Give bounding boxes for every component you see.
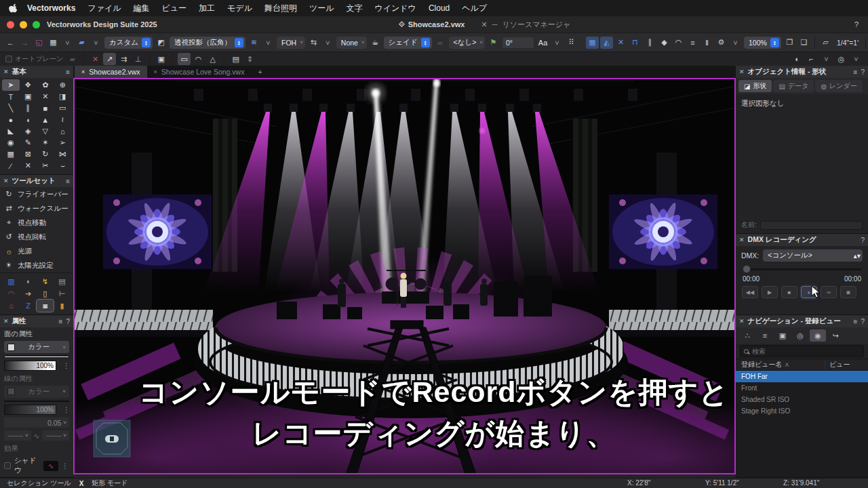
- stop-button[interactable]: ■: [781, 286, 797, 298]
- menu-item[interactable]: ツール: [303, 3, 340, 13]
- working-plane-icon[interactable]: ▰: [75, 37, 88, 49]
- pick-tool[interactable]: ➢: [54, 137, 72, 148]
- menu-item[interactable]: Vectorworks: [21, 3, 81, 13]
- mirror-tool[interactable]: ⋈: [54, 148, 72, 160]
- chevron-down-icon[interactable]: ˅: [820, 53, 833, 65]
- saved-view-row[interactable]: Stage Right ISO: [736, 405, 868, 417]
- saved-view-dropdown[interactable]: カスタム ▴▾: [104, 37, 153, 49]
- menu-item[interactable]: モデル: [221, 3, 258, 13]
- slider-knob[interactable]: [743, 265, 751, 273]
- menu-item[interactable]: 編集: [127, 3, 156, 13]
- new-tab-button[interactable]: +: [251, 68, 269, 76]
- viewpoint-rotate-toolset[interactable]: ↺ 視点回転: [0, 230, 73, 244]
- walkthrough-toolset[interactable]: ⇄ ウォークスルー: [0, 201, 73, 216]
- oval-tool[interactable]: ◖: [20, 114, 37, 125]
- menu-icon[interactable]: ≡: [66, 178, 70, 185]
- column-header-view[interactable]: ビュー: [825, 360, 863, 369]
- saved-view-row[interactable]: Front: [736, 382, 868, 394]
- chevron-down-icon[interactable]: ˅: [90, 37, 102, 49]
- pipe-tool[interactable]: ⊢: [54, 287, 71, 300]
- flyover-tool[interactable]: ✿: [37, 79, 54, 91]
- snap-to-intersection-icon[interactable]: ✕: [614, 37, 627, 49]
- viewpoint-move-toolset[interactable]: ⌖ 視点移動: [0, 216, 73, 230]
- file-options-icon[interactable]: ▦: [47, 37, 60, 49]
- document-proxy[interactable]: ⟐ Showcase2.vwx: [399, 20, 465, 29]
- trim-tool[interactable]: ✂: [37, 160, 54, 171]
- fit-to-objects-icon[interactable]: ❏: [797, 37, 810, 49]
- chevron-down-icon[interactable]: ˅: [61, 37, 74, 49]
- projection-dropdown[interactable]: 透視投影（広角） ▴▾: [170, 37, 245, 49]
- teapot-icon[interactable]: ☕: [369, 37, 382, 49]
- multiple-object-mode-icon[interactable]: ⇉: [117, 53, 130, 65]
- angle-field[interactable]: [502, 37, 534, 49]
- stage-hand-tool[interactable]: ➔: [20, 287, 37, 300]
- clip-tool[interactable]: ▦: [2, 148, 20, 160]
- z-stage-tool[interactable]: Z: [20, 300, 37, 312]
- chevron-down-icon[interactable]: ˅: [729, 37, 742, 49]
- fill-opacity-slider[interactable]: 100%: [4, 361, 56, 371]
- light-source-toolset[interactable]: ☼ 光源: [0, 244, 73, 258]
- line-color-bar[interactable]: [4, 401, 69, 403]
- plane-mode-icon[interactable]: ⌐: [805, 53, 818, 65]
- menu-icon[interactable]: ≡: [59, 318, 63, 325]
- help-icon[interactable]: ?: [854, 20, 859, 28]
- rounded-rectangle-tool[interactable]: ▭: [54, 102, 72, 114]
- pan-tool[interactable]: ❖: [20, 79, 37, 91]
- help-icon[interactable]: ?: [861, 68, 865, 76]
- snap-to-grid-icon[interactable]: ▦: [586, 37, 599, 49]
- line-style-dropdown[interactable]: ─── ˅: [4, 430, 31, 441]
- back-button[interactable]: ←: [4, 37, 17, 49]
- help-icon[interactable]: ?: [861, 237, 865, 244]
- help-icon[interactable]: ?: [66, 318, 70, 325]
- stage-door-tool[interactable]: ▮: [54, 300, 71, 312]
- ellipse-tool[interactable]: ●: [2, 114, 20, 125]
- zoom-dropdown[interactable]: 100% ▴▾: [744, 37, 781, 49]
- menu-item[interactable]: ウインドウ: [368, 3, 422, 13]
- disable-interactive-icon[interactable]: ✕: [89, 53, 102, 65]
- lasso-marquee-icon[interactable]: ◠: [192, 53, 205, 65]
- zoom-window-button[interactable]: [33, 21, 40, 28]
- saved-view-row[interactable]: Shaded SR ISO: [736, 394, 868, 405]
- close-icon[interactable]: ✕: [3, 178, 9, 184]
- zoom-tool[interactable]: ⊕: [54, 79, 72, 91]
- polygon-tool[interactable]: ◣: [2, 125, 20, 137]
- freehand-tool[interactable]: ≀: [54, 114, 72, 125]
- design-layers-tab[interactable]: ≡: [757, 329, 773, 342]
- marker-style-dropdown[interactable]: ─── ˅: [42, 430, 69, 441]
- snapshot-button[interactable]: ◙: [840, 286, 856, 298]
- minimize-window-button[interactable]: [20, 21, 27, 28]
- more-icon[interactable]: ⋮: [63, 362, 71, 369]
- shadow-checkbox[interactable]: [4, 462, 11, 469]
- video-screen-tool[interactable]: ▥: [3, 275, 20, 287]
- camera-tool[interactable]: ◙: [37, 300, 54, 312]
- viewpoint-icon[interactable]: ⇆: [307, 37, 320, 49]
- close-icon[interactable]: ✕: [3, 68, 9, 75]
- rectangle-marquee-icon[interactable]: ▭: [178, 53, 191, 65]
- fillet-tool[interactable]: ⌣: [54, 160, 72, 171]
- gear-icon[interactable]: ⚙: [715, 37, 728, 49]
- pen-tool[interactable]: ✎: [20, 137, 37, 148]
- close-window-button[interactable]: [7, 21, 14, 28]
- line-opacity-slider[interactable]: 100%: [4, 405, 56, 415]
- menu-item[interactable]: 加工: [193, 3, 221, 13]
- render-settings-icon[interactable]: ◩: [155, 37, 167, 49]
- reshape-tool[interactable]: ∕: [2, 160, 20, 171]
- flyover-toolset[interactable]: ↻ フライオーバー: [0, 187, 73, 201]
- selection-tool[interactable]: ➤: [2, 79, 20, 91]
- arc-tool[interactable]: ▲: [37, 114, 54, 125]
- more-icon[interactable]: ⋮: [62, 462, 69, 470]
- menu-icon[interactable]: ≡: [854, 68, 858, 76]
- fit-to-page-icon[interactable]: ❐: [783, 37, 796, 49]
- marquee-tool[interactable]: ▣: [20, 91, 37, 102]
- chevron-down-icon[interactable]: ˅: [262, 37, 275, 49]
- shadow-settings-button[interactable]: ∿: [43, 461, 58, 471]
- menu-item[interactable]: ファイル: [81, 3, 127, 13]
- smart-edge-icon[interactable]: ∥: [644, 37, 656, 49]
- text-tool[interactable]: T: [2, 91, 20, 102]
- polygon-marquee-icon[interactable]: △: [206, 53, 219, 65]
- delete-vertex-tool[interactable]: ✕: [37, 91, 54, 102]
- axis-constraint-icon[interactable]: ⊥: [132, 53, 144, 65]
- fill-color-bar[interactable]: [4, 356, 69, 358]
- viewport-canvas[interactable]: [73, 78, 736, 474]
- curtain-tool[interactable]: ◠: [3, 287, 20, 300]
